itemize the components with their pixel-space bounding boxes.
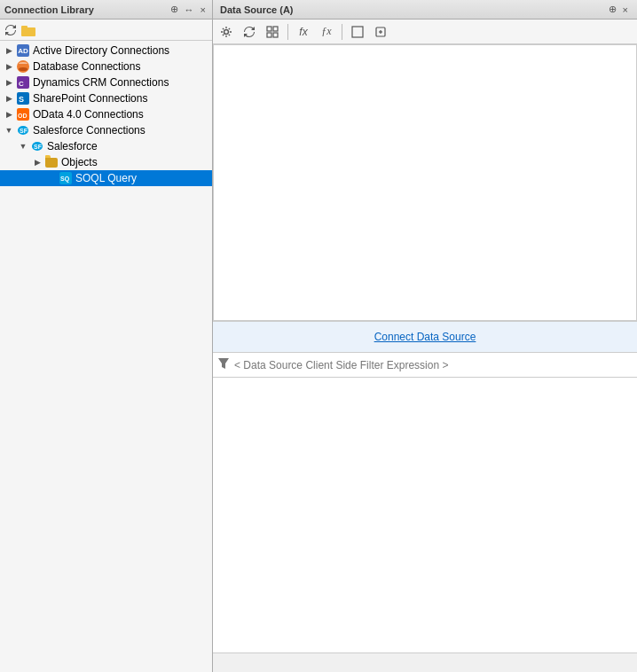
svg-text:SQ: SQ (60, 176, 70, 183)
right-panel: Data Source (A) ⊕ × (213, 0, 637, 672)
tree-item-database[interactable]: Database Connections (0, 59, 212, 74)
sharepoint-label: SharePoint Connections (33, 92, 147, 105)
right-panel-header: Data Source (A) ⊕ × (213, 0, 637, 20)
toolbar-empty1-btn[interactable] (348, 22, 367, 42)
toggle-sharepoint[interactable] (2, 91, 16, 105)
odata-label: OData 4.0 Connections (33, 108, 144, 121)
toolbar-separator-1 (287, 24, 288, 40)
objects-folder-icon (44, 155, 59, 169)
new-folder-icon[interactable] (21, 23, 35, 37)
close-icon[interactable]: × (199, 4, 208, 16)
svg-text:C: C (19, 80, 24, 88)
status-bar (213, 652, 637, 672)
right-pin-icon[interactable]: ⊕ (607, 3, 618, 16)
tree-item-salesforce[interactable]: SF Salesforce (0, 138, 212, 154)
svg-marker-26 (218, 358, 229, 369)
right-toolbar: fx ƒx (213, 20, 637, 44)
crm-icon: C (16, 75, 30, 90)
svg-rect-22 (352, 27, 363, 37)
toggle-salesforce-connections[interactable] (2, 123, 16, 137)
svg-rect-18 (267, 27, 271, 31)
data-display-area (214, 45, 636, 320)
objects-label: Objects (61, 156, 98, 168)
ad-icon: AD (16, 43, 30, 58)
soql-query-label: SOQL Query (75, 172, 137, 184)
refresh-icon[interactable] (4, 23, 18, 37)
db-icon (16, 59, 30, 74)
toolbar-settings-btn[interactable] (216, 22, 236, 42)
bottom-data-area (213, 378, 637, 652)
sp-icon: S (16, 91, 30, 105)
connection-tree: AD Active Directory Connections Database… (0, 41, 212, 672)
svg-text:S: S (19, 95, 24, 104)
tree-item-salesforce-connections[interactable]: SF Salesforce Connections (0, 122, 212, 138)
toggle-objects[interactable] (30, 155, 44, 169)
active-directory-label: Active Directory Connections (33, 44, 169, 57)
toolbar-refresh-btn[interactable] (240, 22, 259, 42)
toolbar-grid-btn[interactable] (263, 22, 282, 42)
svg-rect-21 (273, 33, 278, 37)
soql-icon: SQ (59, 171, 73, 185)
panel-title: Connection Library (4, 4, 94, 15)
filter-bar (213, 353, 637, 378)
data-content-area (213, 44, 637, 321)
tree-item-soql-query[interactable]: SQ SOQL Query (0, 170, 212, 186)
svg-rect-1 (21, 26, 28, 29)
toggle-database[interactable] (2, 59, 16, 74)
svg-rect-19 (273, 27, 278, 31)
sf-connections-icon: SF (16, 123, 30, 137)
svg-point-4 (19, 67, 28, 71)
salesforce-connections-label: Salesforce Connections (33, 124, 145, 137)
sf-icon: SF (30, 139, 44, 153)
filter-icon (218, 358, 229, 371)
dynamics-crm-label: Dynamics CRM Connections (33, 76, 169, 89)
right-panel-title: Data Source (A) (220, 4, 294, 15)
tree-item-objects[interactable]: Objects (0, 154, 212, 170)
svg-text:SF: SF (20, 128, 28, 134)
tree-item-sharepoint[interactable]: S SharePoint Connections (0, 90, 212, 106)
toolbar-fx1-btn[interactable]: fx (294, 22, 313, 42)
pin-icon[interactable]: ⊕ (169, 3, 180, 16)
toolbar-fx2-btn[interactable]: ƒx (317, 22, 336, 42)
salesforce-label: Salesforce (47, 140, 98, 152)
panel-header: Connection Library ⊕ ↔ × (0, 0, 212, 20)
right-panel-header-icons: ⊕ × (607, 3, 630, 16)
panel-header-icons: ⊕ ↔ × (169, 3, 208, 16)
svg-point-17 (224, 29, 229, 34)
float-icon[interactable]: ↔ (183, 4, 196, 16)
svg-rect-20 (267, 33, 271, 37)
svg-text:SF: SF (34, 144, 43, 150)
tree-item-odata[interactable]: OD OData 4.0 Connections (0, 106, 212, 122)
toggle-soql (44, 171, 59, 185)
connect-data-source-link[interactable]: Connect Data Source (374, 331, 476, 343)
tree-item-dynamics-crm[interactable]: C Dynamics CRM Connections (0, 74, 212, 90)
filter-expression-input[interactable] (234, 359, 632, 371)
toolbar-separator-2 (342, 24, 342, 40)
connection-library-panel: Connection Library ⊕ ↔ × (0, 0, 213, 672)
svg-text:OD: OD (18, 113, 28, 119)
connect-bar: Connect Data Source (213, 321, 637, 353)
toggle-odata[interactable] (2, 107, 16, 121)
toggle-active-directory[interactable] (2, 43, 16, 58)
panel-toolbar (0, 20, 212, 41)
database-label: Database Connections (33, 60, 140, 73)
toggle-dynamics-crm[interactable] (2, 75, 16, 90)
toggle-salesforce[interactable] (16, 139, 30, 153)
odata-icon: OD (16, 107, 30, 121)
tree-item-active-directory[interactable]: AD Active Directory Connections (0, 43, 212, 59)
toolbar-empty2-btn[interactable] (371, 22, 390, 42)
right-close-icon[interactable]: × (621, 4, 630, 16)
